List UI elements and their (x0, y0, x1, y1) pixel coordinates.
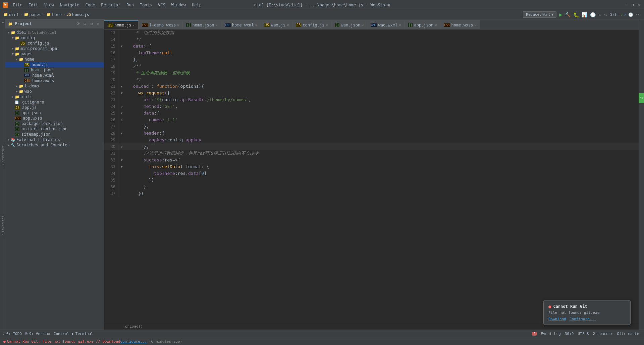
configure-link[interactable]: Configure... (120, 339, 147, 344)
fold-icon-25[interactable]: ▼ (121, 110, 122, 117)
menu-run[interactable]: Run (124, 2, 137, 8)
menu-window[interactable]: Window (169, 2, 189, 8)
sidebar-item-l-demo[interactable]: ▶ 📁 l-demo (5, 83, 104, 89)
clock-button[interactable]: 🕐 (590, 12, 596, 17)
menu-file[interactable]: File (10, 2, 25, 8)
sidebar-item-external-libs[interactable]: ▶ 📚 External Libraries (5, 137, 104, 142)
reduce-html-button[interactable]: Reduce.html ▼ (523, 11, 556, 18)
git-configure-link[interactable]: Configure... (570, 317, 596, 321)
tab-wao-wxml[interactable]: XML wao.wxml ✕ (367, 20, 405, 29)
menu-vcs[interactable]: VCS (155, 2, 168, 8)
fold-icon-33[interactable]: ▼ (121, 163, 122, 170)
sidebar-item-root[interactable]: ▼ 📁 die1 E:\study\die1 (5, 30, 104, 35)
indent-size[interactable]: 2 spaces↑ (593, 332, 613, 336)
fold-icon-28[interactable]: ▼ (121, 130, 122, 137)
sidebar-item-config[interactable]: ▼ 📁 config (5, 35, 104, 41)
menu-tools[interactable]: Tools (137, 2, 155, 8)
back-button[interactable]: ↩ (598, 12, 601, 17)
tab-config-js[interactable]: JS config.js ✕ (292, 20, 331, 29)
tab-ldemo-close[interactable]: ✕ (177, 23, 179, 27)
tab-app-json[interactable]: {} app.json ✕ (405, 20, 440, 29)
file-encoding[interactable]: UTF-8 (578, 332, 589, 336)
code-editor[interactable]: 13 * 组件的初始数据 14 */ 15 ▼ data: { (104, 29, 639, 323)
menu-help[interactable]: Help (189, 2, 204, 8)
terminal-status[interactable]: ▶ Terminal (72, 332, 93, 336)
run-button[interactable]: ▶ (559, 11, 562, 18)
tab-hwxml-close[interactable]: ✕ (255, 23, 257, 27)
settings-icon[interactable]: ⚙ (89, 21, 95, 27)
status-left[interactable]: ✓ 6: TODO ⑨ 9: Version Control ▶ Termina… (3, 332, 93, 336)
sidebar-item-home-js[interactable]: ▶ JS home.js (5, 62, 104, 67)
tab-home-js[interactable]: JS home.js ✕ (104, 20, 139, 29)
tab-hjson-close[interactable]: ✕ (216, 23, 218, 27)
tab-waojs-close[interactable]: ✕ (287, 23, 289, 27)
breadcrumb-item-file[interactable]: JS home.js (67, 12, 89, 17)
fold-icon-15[interactable]: ▼ (121, 43, 122, 50)
menu-code[interactable]: Code (83, 2, 98, 8)
sidebar-item-config-js[interactable]: ▶ JS config.js (5, 41, 104, 46)
tab-home-wxss[interactable]: CSS home.wxss ✕ (440, 20, 480, 29)
todo-status[interactable]: ✓ 6: TODO (3, 332, 22, 336)
sidebar-item-pages[interactable]: ▼ 📁 pages (5, 51, 104, 57)
sidebar-item-sitemap[interactable]: ▶ {} sitemap.json (5, 132, 104, 137)
sidebar-item-wao[interactable]: ▶ 📁 wao (5, 89, 104, 94)
build-button[interactable]: 🔨 (565, 12, 571, 17)
sidebar-item-app-wxss[interactable]: ▶ CSS app.wxss (5, 116, 104, 121)
breadcrumb-item-die1[interactable]: 📁 die1 (3, 12, 19, 17)
breadcrumb-file[interactable]: home.js (72, 12, 89, 17)
tab-hwxss-close[interactable]: ✕ (475, 23, 477, 27)
menu-navigate[interactable]: Navigate (57, 2, 82, 8)
tab-bar[interactable]: JS home.js ✕ CSS l-demo.wxss ✕ {} home.j… (104, 19, 639, 29)
coverage-button[interactable]: 📊 (582, 12, 587, 17)
tab-waowxml-close[interactable]: ✕ (399, 23, 401, 27)
sidebar-item-scratches[interactable]: ▶ 🔧 Scratches and Consoles (5, 142, 104, 148)
project-tab-icon[interactable]: 1 (0, 21, 5, 24)
sidebar-item-project-config[interactable]: ▶ {} project.config.json (5, 126, 104, 132)
tab-home-json[interactable]: {} home.json ✕ (183, 20, 221, 29)
tab-home-wxml[interactable]: XML home.wxml ✕ (221, 20, 261, 29)
sidebar-item-home-folder[interactable]: ▼ 📁 home (5, 57, 104, 62)
sidebar-item-home-wxml[interactable]: ▶ XML home.wxml (5, 73, 104, 78)
tab-home-js-close[interactable]: ✕ (133, 23, 135, 27)
tab-appjson-close[interactable]: ✕ (435, 23, 437, 27)
fold-icon-21[interactable]: ▼ (121, 83, 122, 90)
event-log-label[interactable]: Event Log (541, 332, 561, 336)
vcs-status[interactable]: ⑨ 9: Version Control (24, 332, 69, 336)
fold-icon-22[interactable]: ▼ (121, 90, 122, 96)
sidebar-actions[interactable]: ⟳ ⊟ ⚙ ✕ (75, 21, 101, 27)
tab-cfgjs-close[interactable]: ✕ (326, 23, 328, 27)
breadcrumb-home[interactable]: home (52, 12, 62, 17)
sidebar-item-utils[interactable]: ▶ 📁 utils (5, 94, 104, 99)
sidebar-item-home-wxss[interactable]: ▶ CSS home.wxss (5, 78, 104, 83)
breadcrumb-die1[interactable]: die1 (9, 12, 19, 17)
sidebar-item-home-json[interactable]: ▶ {} home.json (5, 67, 104, 73)
sidebar-item-app-json[interactable]: ▶ {} app.json (5, 110, 104, 116)
fold-icon-30[interactable]: ◇ (121, 143, 122, 150)
menu-bar[interactable]: File Edit View Navigate Code Refactor Ru… (10, 2, 204, 8)
maximize-button[interactable]: ❐ (630, 2, 635, 8)
menu-refactor[interactable]: Refactor (98, 2, 123, 8)
minimize-button[interactable]: — (624, 2, 629, 8)
sync-icon[interactable]: ⟳ (75, 21, 81, 27)
event-log-badge[interactable]: 2 (532, 332, 537, 336)
sidebar-item-package-lock[interactable]: ▶ {} package-lock.json (5, 121, 104, 126)
tab-wao-json[interactable]: {} wao.json ✕ (331, 20, 367, 29)
forward-button[interactable]: ↪ (604, 12, 607, 17)
z-structure-panel[interactable]: Z-Structure (0, 144, 5, 167)
git-branch-status[interactable]: Git: master (617, 332, 641, 336)
sidebar-item-app-js[interactable]: ▶ JS app.js (5, 105, 104, 110)
debug-button[interactable]: 🐛 (573, 12, 579, 17)
breadcrumb-item-home[interactable]: 📁 home (46, 12, 62, 17)
tab-l-demo-wxss[interactable]: CSS l-demo.wxss ✕ (139, 20, 183, 29)
z-favorites-panel[interactable]: Z-Favorites (0, 214, 5, 237)
close-button[interactable]: ✕ (636, 2, 641, 8)
breadcrumb-item-pages[interactable]: 📁 pages (24, 12, 42, 17)
menu-view[interactable]: View (42, 2, 57, 8)
fold-icon-32[interactable]: ▼ (121, 157, 122, 163)
tab-waojson-close[interactable]: ✕ (362, 23, 364, 27)
git-notif-links[interactable]: Download Configure... (548, 317, 626, 321)
tab-wao-js[interactable]: JS wao.js ✕ (261, 20, 292, 29)
sidebar-item-gitignore[interactable]: ▶ 📄 .gitignore (5, 99, 104, 105)
sidebar-item-miniprogram[interactable]: ▶ 📁 miniprogram_npm (5, 46, 104, 51)
collapse-icon[interactable]: ⊟ (82, 21, 88, 27)
